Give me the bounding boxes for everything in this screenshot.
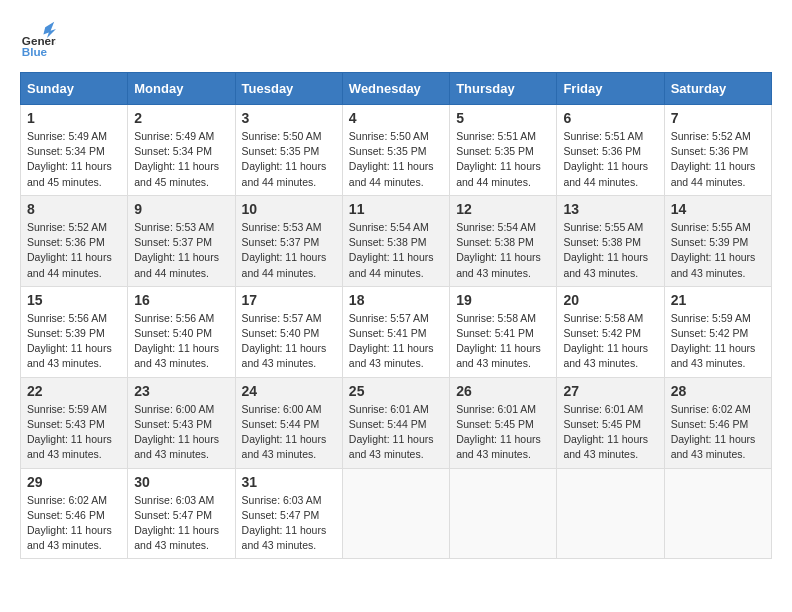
day-info: Sunrise: 6:01 AM Sunset: 5:45 PM Dayligh… — [456, 403, 541, 461]
column-header-friday: Friday — [557, 73, 664, 105]
calendar-week-row: 1 Sunrise: 5:49 AM Sunset: 5:34 PM Dayli… — [21, 105, 772, 196]
day-info: Sunrise: 5:50 AM Sunset: 5:35 PM Dayligh… — [242, 130, 327, 188]
day-number: 10 — [242, 201, 336, 217]
day-info: Sunrise: 5:59 AM Sunset: 5:42 PM Dayligh… — [671, 312, 756, 370]
day-info: Sunrise: 6:00 AM Sunset: 5:43 PM Dayligh… — [134, 403, 219, 461]
column-header-sunday: Sunday — [21, 73, 128, 105]
calendar-cell: 18 Sunrise: 5:57 AM Sunset: 5:41 PM Dayl… — [342, 286, 449, 377]
day-info: Sunrise: 5:56 AM Sunset: 5:40 PM Dayligh… — [134, 312, 219, 370]
calendar-cell: 10 Sunrise: 5:53 AM Sunset: 5:37 PM Dayl… — [235, 195, 342, 286]
day-info: Sunrise: 6:00 AM Sunset: 5:44 PM Dayligh… — [242, 403, 327, 461]
day-number: 30 — [134, 474, 228, 490]
calendar-cell: 13 Sunrise: 5:55 AM Sunset: 5:38 PM Dayl… — [557, 195, 664, 286]
calendar-cell: 5 Sunrise: 5:51 AM Sunset: 5:35 PM Dayli… — [450, 105, 557, 196]
page-header: General Blue — [20, 20, 772, 56]
calendar-cell: 16 Sunrise: 5:56 AM Sunset: 5:40 PM Dayl… — [128, 286, 235, 377]
day-info: Sunrise: 6:02 AM Sunset: 5:46 PM Dayligh… — [671, 403, 756, 461]
day-number: 19 — [456, 292, 550, 308]
calendar-cell: 14 Sunrise: 5:55 AM Sunset: 5:39 PM Dayl… — [664, 195, 771, 286]
calendar-cell: 21 Sunrise: 5:59 AM Sunset: 5:42 PM Dayl… — [664, 286, 771, 377]
day-info: Sunrise: 5:57 AM Sunset: 5:41 PM Dayligh… — [349, 312, 434, 370]
calendar-cell — [557, 468, 664, 559]
calendar-cell: 6 Sunrise: 5:51 AM Sunset: 5:36 PM Dayli… — [557, 105, 664, 196]
logo-icon: General Blue — [20, 20, 56, 56]
day-info: Sunrise: 5:56 AM Sunset: 5:39 PM Dayligh… — [27, 312, 112, 370]
calendar-cell: 1 Sunrise: 5:49 AM Sunset: 5:34 PM Dayli… — [21, 105, 128, 196]
calendar-cell: 30 Sunrise: 6:03 AM Sunset: 5:47 PM Dayl… — [128, 468, 235, 559]
day-number: 31 — [242, 474, 336, 490]
day-number: 16 — [134, 292, 228, 308]
calendar-cell: 7 Sunrise: 5:52 AM Sunset: 5:36 PM Dayli… — [664, 105, 771, 196]
day-number: 27 — [563, 383, 657, 399]
day-number: 2 — [134, 110, 228, 126]
day-number: 18 — [349, 292, 443, 308]
day-number: 26 — [456, 383, 550, 399]
day-number: 7 — [671, 110, 765, 126]
day-number: 28 — [671, 383, 765, 399]
logo: General Blue — [20, 20, 56, 56]
calendar-cell: 4 Sunrise: 5:50 AM Sunset: 5:35 PM Dayli… — [342, 105, 449, 196]
column-header-monday: Monday — [128, 73, 235, 105]
day-info: Sunrise: 5:52 AM Sunset: 5:36 PM Dayligh… — [671, 130, 756, 188]
day-number: 3 — [242, 110, 336, 126]
calendar-cell — [450, 468, 557, 559]
day-info: Sunrise: 5:54 AM Sunset: 5:38 PM Dayligh… — [349, 221, 434, 279]
day-info: Sunrise: 5:55 AM Sunset: 5:39 PM Dayligh… — [671, 221, 756, 279]
day-info: Sunrise: 6:01 AM Sunset: 5:45 PM Dayligh… — [563, 403, 648, 461]
day-number: 29 — [27, 474, 121, 490]
day-number: 5 — [456, 110, 550, 126]
day-number: 8 — [27, 201, 121, 217]
day-number: 13 — [563, 201, 657, 217]
calendar-cell: 22 Sunrise: 5:59 AM Sunset: 5:43 PM Dayl… — [21, 377, 128, 468]
calendar-cell: 23 Sunrise: 6:00 AM Sunset: 5:43 PM Dayl… — [128, 377, 235, 468]
calendar-cell: 3 Sunrise: 5:50 AM Sunset: 5:35 PM Dayli… — [235, 105, 342, 196]
day-number: 9 — [134, 201, 228, 217]
day-number: 14 — [671, 201, 765, 217]
svg-text:Blue: Blue — [22, 45, 48, 56]
day-number: 4 — [349, 110, 443, 126]
day-info: Sunrise: 6:03 AM Sunset: 5:47 PM Dayligh… — [242, 494, 327, 552]
day-number: 1 — [27, 110, 121, 126]
calendar-table: SundayMondayTuesdayWednesdayThursdayFrid… — [20, 72, 772, 559]
day-number: 24 — [242, 383, 336, 399]
day-number: 23 — [134, 383, 228, 399]
calendar-cell: 17 Sunrise: 5:57 AM Sunset: 5:40 PM Dayl… — [235, 286, 342, 377]
day-info: Sunrise: 6:03 AM Sunset: 5:47 PM Dayligh… — [134, 494, 219, 552]
day-number: 17 — [242, 292, 336, 308]
calendar-cell: 8 Sunrise: 5:52 AM Sunset: 5:36 PM Dayli… — [21, 195, 128, 286]
day-number: 12 — [456, 201, 550, 217]
day-info: Sunrise: 5:50 AM Sunset: 5:35 PM Dayligh… — [349, 130, 434, 188]
calendar-cell: 24 Sunrise: 6:00 AM Sunset: 5:44 PM Dayl… — [235, 377, 342, 468]
day-info: Sunrise: 6:02 AM Sunset: 5:46 PM Dayligh… — [27, 494, 112, 552]
column-header-thursday: Thursday — [450, 73, 557, 105]
day-info: Sunrise: 5:54 AM Sunset: 5:38 PM Dayligh… — [456, 221, 541, 279]
day-number: 21 — [671, 292, 765, 308]
calendar-cell: 20 Sunrise: 5:58 AM Sunset: 5:42 PM Dayl… — [557, 286, 664, 377]
day-info: Sunrise: 6:01 AM Sunset: 5:44 PM Dayligh… — [349, 403, 434, 461]
column-header-wednesday: Wednesday — [342, 73, 449, 105]
day-number: 15 — [27, 292, 121, 308]
day-info: Sunrise: 5:49 AM Sunset: 5:34 PM Dayligh… — [27, 130, 112, 188]
calendar-cell: 9 Sunrise: 5:53 AM Sunset: 5:37 PM Dayli… — [128, 195, 235, 286]
calendar-cell: 11 Sunrise: 5:54 AM Sunset: 5:38 PM Dayl… — [342, 195, 449, 286]
calendar-cell: 31 Sunrise: 6:03 AM Sunset: 5:47 PM Dayl… — [235, 468, 342, 559]
column-header-tuesday: Tuesday — [235, 73, 342, 105]
calendar-week-row: 8 Sunrise: 5:52 AM Sunset: 5:36 PM Dayli… — [21, 195, 772, 286]
calendar-cell: 26 Sunrise: 6:01 AM Sunset: 5:45 PM Dayl… — [450, 377, 557, 468]
calendar-cell: 27 Sunrise: 6:01 AM Sunset: 5:45 PM Dayl… — [557, 377, 664, 468]
day-info: Sunrise: 5:53 AM Sunset: 5:37 PM Dayligh… — [242, 221, 327, 279]
calendar-cell: 25 Sunrise: 6:01 AM Sunset: 5:44 PM Dayl… — [342, 377, 449, 468]
calendar-cell — [342, 468, 449, 559]
day-info: Sunrise: 5:51 AM Sunset: 5:35 PM Dayligh… — [456, 130, 541, 188]
day-info: Sunrise: 5:58 AM Sunset: 5:41 PM Dayligh… — [456, 312, 541, 370]
calendar-cell: 15 Sunrise: 5:56 AM Sunset: 5:39 PM Dayl… — [21, 286, 128, 377]
day-info: Sunrise: 5:58 AM Sunset: 5:42 PM Dayligh… — [563, 312, 648, 370]
day-info: Sunrise: 5:52 AM Sunset: 5:36 PM Dayligh… — [27, 221, 112, 279]
calendar-cell — [664, 468, 771, 559]
calendar-cell: 28 Sunrise: 6:02 AM Sunset: 5:46 PM Dayl… — [664, 377, 771, 468]
day-number: 22 — [27, 383, 121, 399]
day-info: Sunrise: 5:53 AM Sunset: 5:37 PM Dayligh… — [134, 221, 219, 279]
calendar-cell: 2 Sunrise: 5:49 AM Sunset: 5:34 PM Dayli… — [128, 105, 235, 196]
day-info: Sunrise: 5:57 AM Sunset: 5:40 PM Dayligh… — [242, 312, 327, 370]
day-number: 6 — [563, 110, 657, 126]
